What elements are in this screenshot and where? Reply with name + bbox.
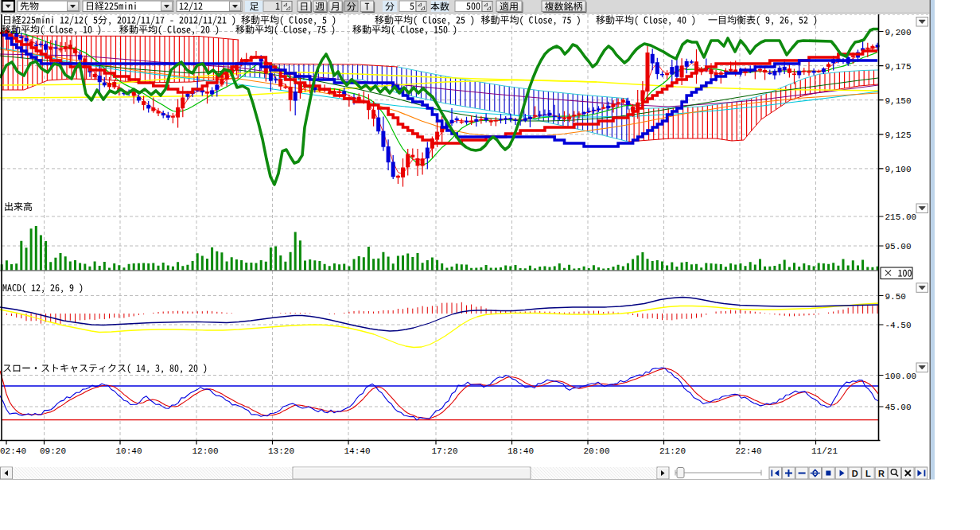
svg-text:14:40: 14:40 — [344, 446, 371, 456]
svg-text:21:20: 21:20 — [659, 446, 686, 456]
svg-text:9.50: 9.50 — [885, 292, 906, 302]
svg-text:100.00: 100.00 — [885, 372, 917, 381]
svg-text:9,175: 9,175 — [885, 62, 912, 72]
svg-text:R: R — [878, 469, 885, 478]
svg-text:13:20: 13:20 — [268, 446, 294, 456]
svg-text:9,200: 9,200 — [885, 28, 912, 37]
svg-text:10:40: 10:40 — [116, 446, 142, 456]
svg-text:45.00: 45.00 — [885, 403, 912, 412]
svg-text:09:20: 09:20 — [40, 446, 66, 456]
svg-text:L: L — [865, 469, 871, 478]
svg-text:20:00: 20:00 — [584, 446, 610, 456]
svg-text:D: D — [852, 469, 858, 478]
svg-text:215.00: 215.00 — [885, 212, 917, 222]
svg-text:-4.50: -4.50 — [885, 321, 912, 330]
svg-text:9,150: 9,150 — [885, 96, 912, 106]
svg-text:95.00: 95.00 — [885, 242, 912, 251]
svg-text:12:00: 12:00 — [192, 446, 219, 456]
svg-text:18:40: 18:40 — [508, 446, 534, 456]
svg-text:17:20: 17:20 — [432, 446, 458, 456]
svg-text:11/21: 11/21 — [811, 446, 838, 456]
svg-text:9,100: 9,100 — [885, 165, 912, 174]
svg-text:22:40: 22:40 — [736, 446, 762, 456]
svg-text:02:40: 02:40 — [0, 446, 26, 456]
svg-text:9,125: 9,125 — [885, 131, 912, 140]
